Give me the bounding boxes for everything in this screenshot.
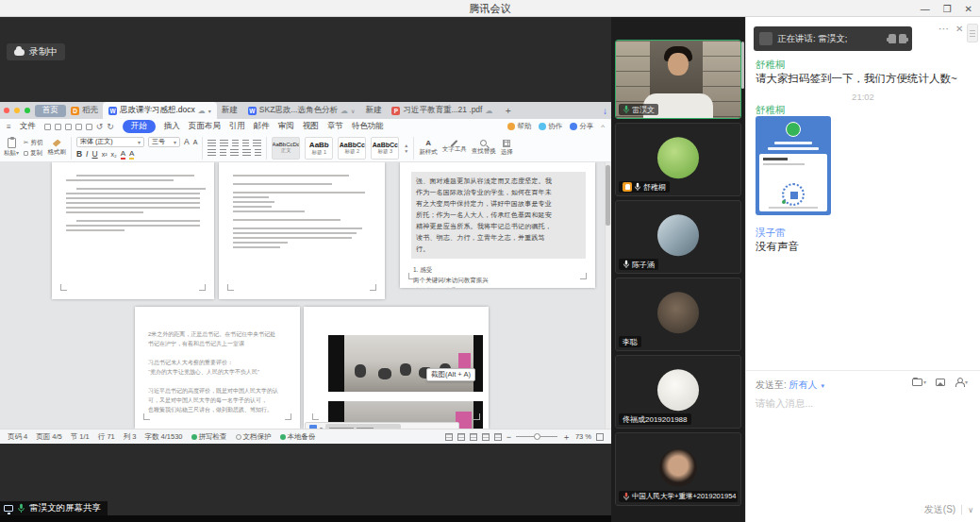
menu-tab-page-layout[interactable]: 页面布局 — [189, 121, 221, 132]
download-icon[interactable]: ↓ — [603, 106, 607, 116]
undo-icon[interactable]: ↺ — [96, 122, 104, 131]
participant-tile-tongfucheng[interactable]: 佟福成2019201988 — [615, 355, 741, 429]
output-icon[interactable] — [55, 124, 61, 130]
menu-tab-start[interactable]: 开始 — [123, 120, 156, 133]
new-style-button[interactable]: A 新样式 — [419, 140, 438, 157]
style-heading2[interactable]: AaBbCc 标题 2 — [338, 137, 366, 160]
share-button[interactable]: 分享 — [570, 122, 593, 131]
align-center-icon[interactable] — [220, 149, 226, 157]
doc-protect-toggle[interactable]: 文档保护 — [236, 432, 272, 442]
tab-document-active[interactable]: W 思政课学习感想.docx ☁ ▾ — [103, 102, 217, 119]
mention-button[interactable]: ▾ — [955, 378, 968, 386]
collapse-ribbon-button[interactable]: ^ — [601, 123, 605, 131]
participant-tile-leihaowen[interactable]: 雷淏文 — [615, 40, 741, 119]
scrollbar-thumb[interactable] — [606, 165, 610, 226]
chat-more-button[interactable]: ⋯ — [938, 23, 949, 35]
select-button[interactable]: 选择 — [501, 140, 513, 157]
indent-icon[interactable] — [242, 140, 249, 147]
send-options-chevron[interactable]: ∨ — [968, 506, 973, 514]
find-replace-button[interactable]: 查找替换 — [472, 140, 496, 156]
participant-tile-ruc-zhonglin[interactable]: 中国人民大学+重琳+2019201954 — [615, 432, 741, 506]
mac-close-dot[interactable] — [4, 108, 9, 113]
style-gallery-scroll[interactable]: ▲▼ — [404, 143, 408, 154]
mac-minimize-dot[interactable] — [14, 108, 20, 113]
clear-format-icon[interactable] — [253, 140, 261, 147]
help-button[interactable]: 帮助 — [507, 122, 531, 131]
grow-font-button[interactable]: A — [184, 137, 190, 146]
tab-docer[interactable]: D 稻壳 — [71, 105, 98, 116]
document-scrollbar[interactable] — [605, 162, 611, 429]
menu-tab-special[interactable]: 特色功能 — [352, 121, 384, 132]
italic-button[interactable]: I — [86, 149, 88, 159]
zoom-slider[interactable] — [516, 436, 557, 437]
send-button[interactable]: 发送(S) — [924, 503, 955, 516]
copy-button[interactable]: 复制 — [24, 149, 42, 158]
menu-tab-section[interactable]: 章节 — [327, 121, 343, 132]
bold-button[interactable]: B — [76, 149, 82, 159]
style-heading1[interactable]: AaBb 标题 1 — [305, 137, 333, 160]
tab-chevron-icon[interactable]: ∨ — [351, 108, 355, 114]
screenshot-button[interactable] — [936, 379, 945, 386]
participant-tile-licong[interactable]: 李聪 — [615, 278, 741, 351]
tab-new-1[interactable]: 新建 — [222, 105, 238, 116]
tab-caret-icon[interactable]: ▾ — [208, 108, 211, 114]
participant-scrollbar[interactable] — [741, 42, 744, 89]
tab-wps-home[interactable]: 首页 — [35, 105, 66, 117]
menu-tab-references[interactable]: 引用 — [229, 121, 245, 132]
text-tools-button[interactable]: 文字工具 — [442, 143, 467, 154]
menu-file[interactable]: 文件 — [20, 121, 36, 132]
view-mode-icon-3[interactable] — [470, 433, 477, 441]
highlight-button[interactable]: A — [129, 149, 134, 160]
align-left-icon[interactable] — [208, 149, 216, 157]
outdent-icon[interactable] — [232, 140, 239, 147]
chat-history-button[interactable]: ▾ — [912, 379, 926, 386]
message-input[interactable]: 请输入消息... — [756, 397, 813, 411]
view-mode-icon-5[interactable] — [494, 433, 502, 441]
font-color-button[interactable]: A — [121, 149, 125, 160]
new-tab-button[interactable]: ＋ — [503, 104, 512, 117]
format-painter-button[interactable]: 格式刷 — [47, 140, 66, 157]
status-word-count[interactable]: 字数 4/1530 — [145, 432, 183, 442]
subscript-button[interactable]: x₂ — [110, 151, 116, 158]
hamburger-icon[interactable]: ≡ — [7, 123, 11, 131]
menu-tab-mail[interactable]: 邮件 — [254, 121, 270, 132]
fit-page-icon[interactable] — [596, 433, 604, 441]
collaborate-button[interactable]: 协作 — [539, 122, 562, 131]
chat-drag-handle[interactable] — [967, 24, 978, 42]
participant-tile-shuzhitong[interactable]: 舒稚桐 — [615, 123, 741, 196]
maximize-button[interactable]: ❐ — [943, 4, 952, 14]
redo-icon[interactable]: ↻ — [107, 122, 114, 131]
spell-check-toggle[interactable]: 拼写检查 — [191, 432, 227, 442]
tab-new-2[interactable]: 新建 — [365, 105, 381, 116]
paste-button[interactable]: 粘贴▾ — [4, 138, 19, 158]
style-normal[interactable]: AaBbCcDd 正文 — [272, 137, 300, 160]
view-mode-icon-2[interactable] — [457, 433, 465, 441]
quick-icon[interactable] — [86, 124, 92, 130]
close-button[interactable]: ✕ — [965, 4, 972, 14]
print-icon[interactable] — [65, 124, 72, 130]
zoom-level[interactable]: 73 % — [575, 432, 591, 441]
shrink-font-button[interactable]: A — [193, 139, 198, 145]
minimize-button[interactable]: — — [921, 4, 930, 14]
shading-icon[interactable] — [255, 149, 261, 157]
preview-icon[interactable] — [75, 124, 82, 130]
menu-tab-review[interactable]: 审阅 — [278, 121, 294, 132]
tab-pdf-document[interactable]: P 习近平教育重...21 .pdf ☁ — [386, 102, 498, 119]
superscript-button[interactable]: x² — [102, 151, 108, 158]
bullet-list-icon[interactable] — [208, 140, 216, 147]
underline-button[interactable]: U — [91, 149, 97, 159]
send-to-selector[interactable]: 发送至: 所有人 ▼ — [756, 379, 825, 392]
view-mode-icon-4[interactable] — [482, 433, 490, 441]
save-icon[interactable] — [44, 124, 51, 130]
zoom-slider-knob[interactable] — [534, 433, 540, 440]
mac-zoom-dot[interactable] — [25, 108, 30, 113]
zoom-out-button[interactable]: − — [507, 433, 511, 441]
local-backup-toggle[interactable]: 本地备份 — [280, 432, 316, 442]
cut-button[interactable]: ✂剪切 — [24, 139, 42, 147]
chat-close-button[interactable]: ✕ — [955, 24, 963, 34]
align-right-icon[interactable] — [230, 149, 239, 157]
participant-tile-chenzihan[interactable]: 陈子涵 — [615, 200, 741, 274]
number-list-icon[interactable] — [220, 140, 228, 147]
style-heading3[interactable]: AaBbCc 标题 3 — [371, 137, 399, 160]
menu-tab-view[interactable]: 视图 — [303, 121, 319, 132]
